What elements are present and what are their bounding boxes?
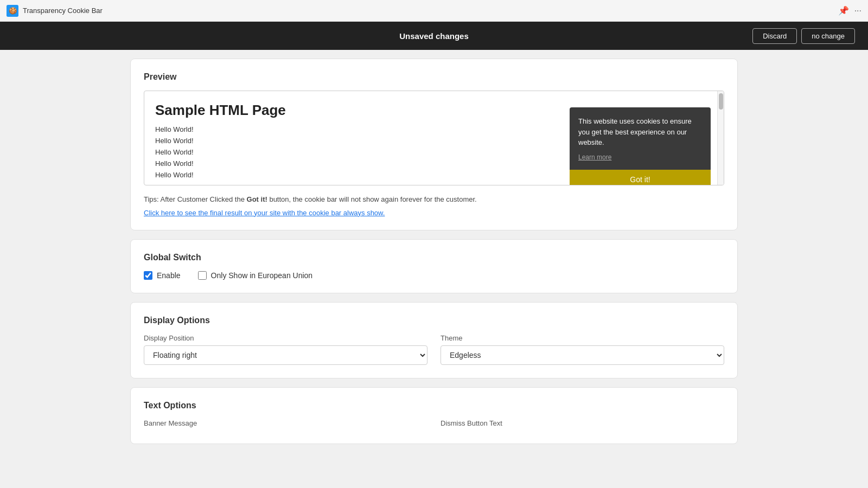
title-bar-right: 📌 ··· (838, 5, 861, 16)
svg-text:🍪: 🍪 (9, 7, 17, 15)
cookie-popup: This website uses cookies to ensure you … (570, 107, 711, 185)
title-bar-left: 🍪 Transparency Cookie Bar (7, 5, 103, 17)
unsaved-changes-bar: Unsaved changes Discard no change (0, 22, 868, 50)
unsaved-changes-text: Unsaved changes (399, 31, 469, 41)
pin-icon[interactable]: 📌 (838, 5, 849, 16)
dismiss-button-label: Dismiss Button Text (441, 419, 724, 427)
text-options-card: Text Options Banner Message Dismiss Butt… (130, 387, 738, 444)
eu-label: Only Show in European Union (211, 271, 313, 280)
global-switch-title: Global Switch (144, 253, 724, 262)
tips-link[interactable]: Click here to see the final result on yo… (144, 209, 385, 217)
no-change-button[interactable]: no change (801, 28, 855, 44)
global-switch-card: Global Switch Enable Only Show in Europe… (130, 239, 738, 293)
display-options-title: Display Options (144, 316, 724, 325)
unsaved-actions: Discard no change (752, 28, 855, 44)
position-group: Display Position Floating right Floating… (144, 334, 427, 365)
cookie-got-it-button[interactable]: Got it! (570, 170, 711, 186)
preview-scrollbar-thumb (719, 93, 723, 110)
preview-card: Preview Sample HTML Page Hello World! He… (130, 59, 738, 230)
discard-button[interactable]: Discard (752, 28, 797, 44)
preview-title: Preview (144, 72, 724, 82)
enable-checkbox-item: Enable (144, 271, 181, 280)
cookie-popup-body: This website uses cookies to ensure you … (570, 107, 711, 170)
more-options-icon[interactable]: ··· (854, 6, 861, 16)
display-options-card: Display Options Display Position Floatin… (130, 302, 738, 378)
cookie-popup-text: This website uses cookies to ensure you … (578, 116, 702, 148)
eu-checkbox[interactable] (198, 271, 207, 280)
tips-text: Tips: After Customer Clicked the Got it!… (144, 194, 724, 205)
enable-label: Enable (157, 271, 181, 280)
title-bar: 🍪 Transparency Cookie Bar 📌 ··· (0, 0, 868, 22)
cookie-learn-more-link[interactable]: Learn more (578, 153, 611, 161)
dismiss-button-group: Dismiss Button Text (441, 419, 724, 431)
theme-label: Theme (441, 334, 724, 342)
theme-group: Theme Edgeless Rounded Classic (441, 334, 724, 365)
main-content: Preview Sample HTML Page Hello World! He… (119, 50, 749, 461)
tips-suffix: button, the cookie bar will not show aga… (267, 195, 477, 203)
title-bar-title: Transparency Cookie Bar (23, 7, 103, 15)
text-options-grid: Banner Message Dismiss Button Text (144, 419, 724, 431)
eu-checkbox-item: Only Show in European Union (198, 271, 313, 280)
tips-section: Tips: After Customer Clicked the Got it!… (144, 194, 724, 217)
checkbox-group: Enable Only Show in European Union (144, 271, 724, 280)
position-label: Display Position (144, 334, 427, 342)
tips-prefix: Tips: After Customer Clicked the (144, 195, 247, 203)
display-options-grid: Display Position Floating right Floating… (144, 334, 724, 365)
position-select[interactable]: Floating right Floating left Top bar Bot… (144, 345, 427, 365)
banner-message-label: Banner Message (144, 419, 427, 427)
preview-scrollbar (717, 91, 724, 185)
text-options-title: Text Options (144, 401, 724, 410)
tips-bold: Got it! (247, 195, 267, 203)
theme-select[interactable]: Edgeless Rounded Classic (441, 345, 724, 365)
preview-iframe: Sample HTML Page Hello World! Hello Worl… (144, 91, 724, 185)
app-icon: 🍪 (7, 5, 18, 17)
banner-message-group: Banner Message (144, 419, 427, 431)
enable-checkbox[interactable] (144, 271, 152, 280)
